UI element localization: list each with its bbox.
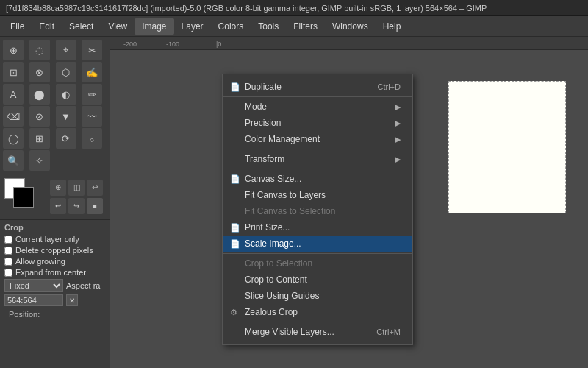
zealous-crop-label: Zealous Crop — [245, 307, 298, 317]
menu-section-3: Transform ▶ — [223, 149, 412, 169]
title-bar: [7d1f834b88ca5987c19c3141617f28dc] (impo… — [0, 0, 588, 16]
menu-section-5: Crop to Selection Crop to Content Slice … — [223, 254, 412, 322]
ruler-tick-neg100: -100 — [166, 40, 179, 48]
tool-foreground[interactable]: ⬡ — [56, 62, 76, 82]
tool-heal[interactable]: ◯ — [3, 128, 24, 149]
tool-by-color[interactable]: ⊡ — [3, 62, 24, 82]
image-dropdown-menu: 📄 Duplicate Ctrl+D Mode ▶ Precision ▶ Co… — [222, 74, 413, 345]
menu-scale-image[interactable]: 📄 Scale Image... — [223, 236, 412, 252]
position-label: Position: — [4, 308, 105, 320]
clear-size-button[interactable]: ✕ — [66, 294, 78, 306]
color-area: ⊕ ◫ ↩ ↩ ↪ ■ — [0, 174, 110, 219]
undo-icon[interactable]: ↩ — [50, 198, 66, 214]
transform-label: Transform — [245, 154, 284, 164]
menu-help[interactable]: Help — [376, 18, 409, 35]
menu-fit-canvas-selection: Fit Canvas to Selection — [223, 203, 412, 219]
current-layer-label: Current layer only — [15, 235, 79, 244]
tool-zoom[interactable]: 🔍 — [3, 150, 24, 171]
menu-section-2: Mode ▶ Precision ▶ Color Management ▶ — [223, 97, 412, 149]
save-icon[interactable]: ↩ — [87, 180, 103, 196]
menu-select[interactable]: Select — [62, 18, 101, 35]
menu-fit-canvas-layers[interactable]: Fit Canvas to Layers — [223, 187, 412, 203]
allow-growing-label: Allow growing — [15, 257, 65, 266]
tool-measure[interactable]: ✧ — [29, 150, 50, 171]
menu-transform[interactable]: Transform ▶ — [223, 151, 412, 167]
tool-gradient[interactable]: ◐ — [56, 84, 76, 105]
crop-content-label: Crop to Content — [245, 275, 307, 285]
tool-paintbrush[interactable]: ⌫ — [3, 106, 24, 127]
menu-crop-content[interactable]: Crop to Content — [223, 272, 412, 288]
precision-arrow: ▶ — [395, 118, 401, 128]
menu-color-management[interactable]: Color Management ▶ — [223, 131, 412, 147]
menu-duplicate[interactable]: 📄 Duplicate Ctrl+D — [223, 79, 412, 95]
color-swatches[interactable] — [4, 178, 41, 215]
tool-paths[interactable]: ✍ — [82, 62, 102, 82]
tool-pencil[interactable]: ✏ — [82, 84, 102, 105]
menu-crop-selection: Crop to Selection — [223, 255, 412, 272]
tool-scissors[interactable]: ⊗ — [29, 62, 50, 82]
tool-fuzzy-select[interactable]: ✂ — [82, 40, 102, 60]
option-current-layer: Current layer only — [4, 235, 105, 244]
option-allow-growing: Allow growing — [4, 257, 105, 266]
crop-selection-label: Crop to Selection — [245, 258, 312, 269]
option-fixed: Fixed Aspect ratio Width Height Aspect r… — [4, 279, 105, 292]
print-size-icon: 📄 — [230, 223, 240, 233]
tool-airbrush[interactable]: ▼ — [56, 106, 76, 127]
menu-file[interactable]: File — [3, 18, 32, 35]
tool-clone[interactable]: ⊞ — [29, 128, 50, 149]
menu-bar: File Edit Select View Image Layer Colors… — [0, 16, 588, 37]
main-layout: ⊕ ◌ ⌖ ✂ ⊡ ⊗ ⬡ ✍ A ⬤ ◐ ✏ ⌫ ⊘ ▼ 〰 ◯ ⊞ ⟳ ⬦ … — [0, 37, 588, 368]
fit-canvas-layers-label: Fit Canvas to Layers — [245, 190, 326, 200]
tool-ellipse-select[interactable]: ◌ — [29, 40, 50, 60]
tool-text[interactable]: A — [3, 84, 24, 105]
size-input[interactable] — [4, 294, 63, 306]
menu-colors[interactable]: Colors — [211, 18, 251, 35]
color-management-label: Color Management — [245, 134, 320, 144]
redo-icon[interactable]: ↪ — [68, 198, 85, 214]
option-delete-cropped: Delete cropped pixels — [4, 246, 105, 255]
menu-filters[interactable]: Filters — [286, 18, 325, 35]
delete-cropped-checkbox[interactable] — [4, 247, 12, 255]
option-expand-center: Expand from center — [4, 268, 105, 277]
scale-image-label: Scale Image... — [245, 238, 301, 249]
delete-cropped-label: Delete cropped pixels — [15, 246, 93, 255]
ruler-tick-neg200: -200 — [123, 40, 137, 48]
expand-center-label: Expand from center — [15, 268, 86, 277]
toolbox: ⊕ ◌ ⌖ ✂ ⊡ ⊗ ⬡ ✍ A ⬤ ◐ ✏ ⌫ ⊘ ▼ 〰 ◯ ⊞ ⟳ ⬦ … — [0, 37, 110, 368]
tool-ink[interactable]: 〰 — [82, 106, 102, 127]
menu-merge-visible[interactable]: Merge Visible Layers... Ctrl+M — [223, 324, 412, 340]
menu-layer[interactable]: Layer — [174, 18, 211, 35]
menu-slice-guides[interactable]: Slice Using Guides — [223, 288, 412, 304]
fit-canvas-selection-label: Fit Canvas to Selection — [245, 206, 335, 216]
tool-dodge-burn[interactable]: ⬦ — [82, 128, 102, 149]
fixed-select[interactable]: Fixed Aspect ratio Width Height — [4, 279, 63, 292]
open-image-icon[interactable]: ◫ — [68, 180, 85, 196]
canvas-area: -200 -100 |0 📄 Duplicate Ctrl+D Mode ▶ — [110, 37, 588, 368]
menu-precision[interactable]: Precision ▶ — [223, 115, 412, 131]
tool-free-select[interactable]: ⌖ — [56, 40, 76, 60]
tool-smudge[interactable]: ⟳ — [56, 128, 76, 149]
menu-print-size[interactable]: 📄 Print Size... — [223, 219, 412, 236]
zealous-crop-icon: ⚙ — [230, 308, 237, 317]
new-image-icon[interactable]: ⊕ — [50, 180, 66, 196]
tool-rect-select[interactable]: ⊕ — [3, 40, 24, 60]
menu-edit[interactable]: Edit — [32, 18, 62, 35]
tool-paint-bucket[interactable]: ⬤ — [29, 84, 50, 105]
expand-center-checkbox[interactable] — [4, 269, 12, 277]
duplicate-shortcut: Ctrl+D — [378, 82, 401, 91]
foreground-color-swatch[interactable] — [13, 187, 34, 208]
menu-view[interactable]: View — [101, 18, 135, 35]
menu-image[interactable]: Image — [135, 18, 173, 35]
menu-canvas-size[interactable]: 📄 Canvas Size... — [223, 171, 412, 187]
color-picker-small[interactable]: ■ — [87, 198, 103, 214]
canvas-size-icon: 📄 — [230, 174, 240, 184]
menu-zealous-crop[interactable]: ⚙ Zealous Crop — [223, 304, 412, 320]
menu-tools[interactable]: Tools — [251, 18, 286, 35]
print-size-label: Print Size... — [245, 222, 290, 233]
tool-eraser[interactable]: ⊘ — [29, 106, 50, 127]
canvas-size-label: Canvas Size... — [245, 174, 301, 184]
current-layer-checkbox[interactable] — [4, 236, 12, 244]
allow-growing-checkbox[interactable] — [4, 258, 12, 266]
menu-mode[interactable]: Mode ▶ — [223, 99, 412, 115]
menu-windows[interactable]: Windows — [325, 18, 376, 35]
